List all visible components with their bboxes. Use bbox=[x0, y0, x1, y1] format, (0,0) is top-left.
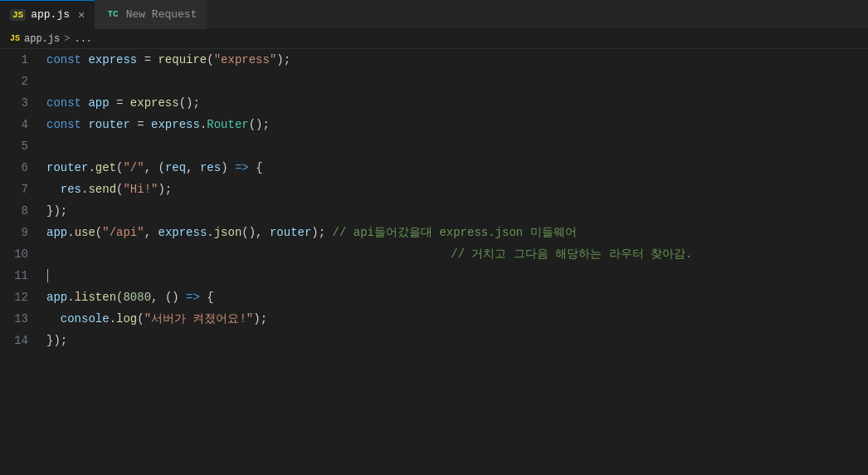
line-content-13: console.log("서버가 켜졌어요!"); bbox=[41, 308, 868, 330]
line-content-1: const express = require("express"); bbox=[41, 49, 868, 71]
code-line-8: 8 }); bbox=[0, 200, 868, 222]
line-content-7: res.send("Hi!"); bbox=[41, 179, 868, 200]
line-content-3: const app = express(); bbox=[41, 92, 868, 114]
line-number-10: 10 bbox=[0, 243, 41, 265]
code-line-10: 10 // 거치고 그다음 해당하는 라우터 찾아감. bbox=[0, 243, 868, 265]
tab-bar: JS app.js ✕ TC New Request bbox=[0, 0, 868, 29]
code-line-12: 12 app.listen(8080, () => { bbox=[0, 286, 868, 308]
code-line-7: 7 res.send("Hi!"); bbox=[0, 179, 868, 200]
line-number-5: 5 bbox=[0, 135, 41, 157]
line-content-11 bbox=[41, 265, 868, 286]
tab-new-request-label: New Request bbox=[126, 8, 197, 21]
code-line-14: 14 }); bbox=[0, 330, 868, 351]
line-number-1: 1 bbox=[0, 49, 41, 71]
line-content-8: }); bbox=[41, 200, 868, 222]
line-content-9: app.use("/api", express.json(), router);… bbox=[41, 222, 868, 243]
code-line-3: 3 const app = express(); bbox=[0, 92, 868, 114]
line-number-3: 3 bbox=[0, 92, 41, 114]
line-number-9: 9 bbox=[0, 222, 41, 243]
code-line-5: 5 bbox=[0, 135, 868, 157]
breadcrumb-rest: ... bbox=[74, 33, 92, 45]
line-number-6: 6 bbox=[0, 157, 41, 179]
code-editor: 1 const express = require("express"); 2 … bbox=[0, 49, 868, 475]
code-line-13: 13 console.log("서버가 켜졌어요!"); bbox=[0, 308, 868, 330]
line-content-14: }); bbox=[41, 330, 868, 351]
line-number-12: 12 bbox=[0, 286, 41, 308]
line-number-11: 11 bbox=[0, 265, 41, 286]
line-number-7: 7 bbox=[0, 179, 41, 200]
code-line-11: 11 bbox=[0, 265, 868, 286]
line-number-14: 14 bbox=[0, 330, 41, 351]
breadcrumb-file-icon: JS bbox=[10, 34, 20, 43]
code-line-4: 4 const router = express.Router(); bbox=[0, 114, 868, 135]
line-content-6: router.get("/", (req, res) => { bbox=[41, 157, 868, 179]
line-number-8: 8 bbox=[0, 200, 41, 222]
line-content-12: app.listen(8080, () => { bbox=[41, 286, 868, 308]
line-number-2: 2 bbox=[0, 71, 41, 92]
tab-new-request[interactable]: TC New Request bbox=[95, 0, 207, 29]
tab-app-js[interactable]: JS app.js ✕ bbox=[0, 0, 95, 29]
breadcrumb: JS app.js > ... bbox=[0, 29, 868, 49]
breadcrumb-filename: app.js bbox=[24, 33, 60, 45]
line-content-2 bbox=[41, 71, 868, 92]
code-line-9: 9 app.use("/api", express.json(), router… bbox=[0, 222, 868, 243]
tc-icon: TC bbox=[105, 8, 120, 20]
tab-app-js-label: app.js bbox=[31, 8, 70, 21]
code-line-2: 2 bbox=[0, 71, 868, 92]
line-content-10: // 거치고 그다음 해당하는 라우터 찾아감. bbox=[41, 243, 868, 265]
line-content-4: const router = express.Router(); bbox=[41, 114, 868, 135]
breadcrumb-separator: > bbox=[64, 33, 70, 45]
line-content-5 bbox=[41, 135, 868, 157]
code-line-1: 1 const express = require("express"); bbox=[0, 49, 868, 71]
js-icon: JS bbox=[10, 9, 26, 21]
tab-close-icon[interactable]: ✕ bbox=[78, 7, 85, 22]
code-line-6: 6 router.get("/", (req, res) => { bbox=[0, 157, 868, 179]
line-number-4: 4 bbox=[0, 114, 41, 135]
line-number-13: 13 bbox=[0, 308, 41, 330]
